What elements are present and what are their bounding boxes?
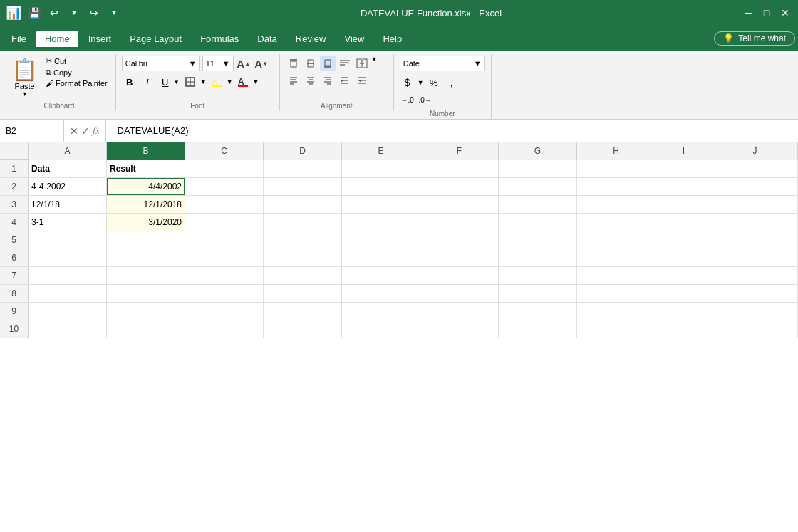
underline-button[interactable]: U	[157, 74, 173, 90]
cut-button[interactable]: ✂ Cut	[43, 56, 110, 66]
merge-cells-button[interactable]	[354, 56, 370, 71]
cell-c3[interactable]	[185, 196, 264, 213]
increase-decimal-button[interactable]: ←.0	[400, 92, 415, 108]
cell-e9[interactable]	[342, 303, 420, 320]
align-right-button[interactable]	[320, 73, 336, 88]
font-color-button[interactable]: A	[235, 74, 251, 90]
cancel-formula-icon[interactable]: ✕	[70, 125, 78, 137]
cell-f7[interactable]	[420, 267, 499, 284]
menu-review[interactable]: Review	[287, 31, 335, 47]
cell-e10[interactable]	[342, 320, 420, 338]
cell-f1[interactable]	[420, 160, 499, 177]
menu-home[interactable]: Home	[36, 31, 78, 47]
col-header-a[interactable]: A	[28, 142, 107, 160]
cell-h2[interactable]	[577, 178, 656, 195]
cell-a9[interactable]	[28, 303, 107, 320]
cell-f4[interactable]	[420, 214, 499, 231]
cell-d6[interactable]	[264, 249, 342, 266]
undo-dropdown-icon[interactable]: ▼	[67, 6, 81, 20]
cell-d7[interactable]	[264, 267, 342, 284]
cell-h8[interactable]	[577, 285, 656, 302]
cell-b10[interactable]	[107, 320, 185, 338]
menu-view[interactable]: View	[336, 31, 373, 47]
cell-d2[interactable]	[264, 178, 342, 195]
cell-j6[interactable]	[712, 249, 798, 266]
cell-d9[interactable]	[264, 303, 342, 320]
row-header-1[interactable]: 1	[0, 160, 28, 177]
row-header-4[interactable]: 4	[0, 214, 28, 231]
cell-h3[interactable]	[577, 196, 656, 213]
cell-b9[interactable]	[107, 303, 185, 320]
confirm-formula-icon[interactable]: ✓	[81, 125, 90, 137]
decrease-decimal-button[interactable]: .0→	[418, 92, 433, 108]
menu-page-layout[interactable]: Page Layout	[121, 31, 190, 47]
col-header-i[interactable]: I	[656, 142, 712, 160]
cell-j9[interactable]	[712, 303, 798, 320]
wrap-text-button[interactable]	[337, 56, 353, 71]
maximize-button[interactable]: □	[760, 6, 774, 20]
menu-data[interactable]: Data	[249, 31, 285, 47]
cell-h4[interactable]	[577, 214, 656, 231]
row-header-7[interactable]: 7	[0, 267, 28, 284]
cell-g6[interactable]	[499, 249, 577, 266]
row-header-5[interactable]: 5	[0, 231, 28, 249]
align-left-button[interactable]	[286, 73, 301, 88]
formula-input[interactable]: =DATEVALUE(A2)	[106, 125, 798, 136]
cell-c10[interactable]	[185, 320, 264, 338]
paste-button[interactable]: 📋 Paste ▼	[9, 56, 41, 99]
row-header-10[interactable]: 10	[0, 320, 28, 338]
percent-button[interactable]: %	[426, 75, 442, 90]
col-header-f[interactable]: F	[420, 142, 499, 160]
quick-access-dropdown-icon[interactable]: ▼	[107, 6, 121, 20]
merge-dropdown-icon[interactable]: ▼	[371, 56, 378, 71]
cell-d8[interactable]	[264, 285, 342, 302]
cell-j4[interactable]	[712, 214, 798, 231]
comma-button[interactable]: ,	[444, 75, 460, 90]
cell-d10[interactable]	[264, 320, 342, 338]
cell-f6[interactable]	[420, 249, 499, 266]
cell-f10[interactable]	[420, 320, 499, 338]
cell-b7[interactable]	[107, 267, 185, 284]
align-bottom-button[interactable]	[320, 56, 336, 71]
cell-i7[interactable]	[656, 267, 712, 284]
cell-c2[interactable]	[185, 178, 264, 195]
cell-a6[interactable]	[28, 249, 107, 266]
cell-i5[interactable]	[656, 231, 712, 249]
format-painter-button[interactable]: 🖌 Format Painter	[43, 78, 110, 88]
row-header-8[interactable]: 8	[0, 285, 28, 302]
cell-d3[interactable]	[264, 196, 342, 213]
cell-b1[interactable]: Result	[107, 160, 185, 177]
cell-j1[interactable]	[712, 160, 798, 177]
insert-function-icon[interactable]: 𝑓𝑥	[93, 125, 100, 137]
cell-d5[interactable]	[264, 231, 342, 249]
underline-dropdown-icon[interactable]: ▼	[173, 74, 180, 90]
cell-j3[interactable]	[712, 196, 798, 213]
align-middle-button[interactable]	[303, 56, 318, 71]
align-center-button[interactable]	[303, 73, 318, 88]
bold-button[interactable]: B	[122, 74, 138, 90]
cell-c6[interactable]	[185, 249, 264, 266]
col-header-h[interactable]: H	[577, 142, 656, 160]
cell-c8[interactable]	[185, 285, 264, 302]
cell-e6[interactable]	[342, 249, 420, 266]
close-button[interactable]: ✕	[778, 6, 792, 20]
cell-e3[interactable]	[342, 196, 420, 213]
cell-i8[interactable]	[656, 285, 712, 302]
col-header-d[interactable]: D	[264, 142, 342, 160]
tell-me-what-input[interactable]: 💡 Tell me what	[714, 31, 795, 46]
cell-g10[interactable]	[499, 320, 577, 338]
row-header-3[interactable]: 3	[0, 196, 28, 213]
undo-icon[interactable]: ↩	[47, 6, 61, 20]
cell-b2[interactable]: 4/4/2002	[107, 178, 185, 195]
row-header-9[interactable]: 9	[0, 303, 28, 320]
font-color-dropdown-icon[interactable]: ▼	[253, 78, 259, 85]
cell-c5[interactable]	[185, 231, 264, 249]
cell-i1[interactable]	[656, 160, 712, 177]
cell-j10[interactable]	[712, 320, 798, 338]
cell-g8[interactable]	[499, 285, 577, 302]
col-header-c[interactable]: C	[185, 142, 264, 160]
align-top-button[interactable]	[286, 56, 301, 71]
cell-a7[interactable]	[28, 267, 107, 284]
paste-dropdown-icon[interactable]: ▼	[21, 90, 28, 98]
italic-button[interactable]: I	[140, 74, 155, 90]
